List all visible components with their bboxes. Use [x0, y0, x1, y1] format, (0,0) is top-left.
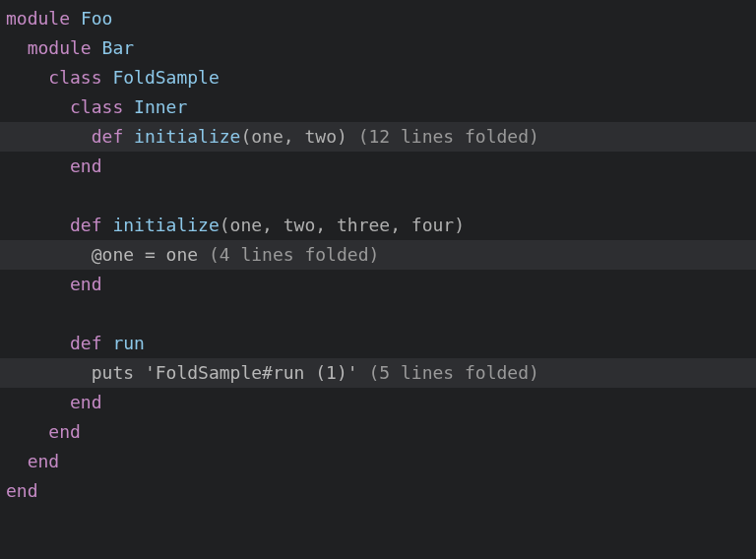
assignment: @one = one	[92, 244, 198, 265]
module-name-foo: Foo	[81, 8, 113, 29]
method-name-initialize: initialize	[134, 126, 240, 147]
keyword-end: end	[70, 155, 102, 176]
code-line: end	[0, 476, 756, 506]
code-line: def initialize(one, two, three, four)	[0, 211, 756, 240]
code-line: end	[0, 417, 756, 447]
keyword-module: module	[28, 37, 92, 58]
keyword-end: end	[70, 392, 102, 412]
fold-indicator: (12 lines folded)	[347, 126, 539, 147]
param-list: (one, two, three, four)	[220, 215, 465, 235]
folded-code-line[interactable]: @one = one (4 lines folded)	[0, 240, 756, 270]
class-name-foldsample: FoldSample	[112, 67, 219, 88]
code-line: module Foo	[0, 4, 756, 33]
blank-line	[0, 299, 756, 329]
keyword-end: end	[48, 421, 81, 442]
code-line: class FoldSample	[0, 63, 756, 93]
fold-indicator: (4 lines folded)	[198, 244, 379, 265]
keyword-module: module	[6, 8, 70, 29]
folded-code-line[interactable]: def initialize(one, two) (12 lines folde…	[0, 122, 756, 152]
code-line: end	[0, 388, 756, 417]
keyword-class: class	[70, 96, 123, 117]
code-line: end	[0, 447, 756, 476]
puts-call: puts 'FoldSample#run (1)'	[92, 362, 358, 383]
keyword-end: end	[28, 451, 60, 471]
class-name-inner: Inner	[134, 96, 187, 117]
keyword-def: def	[70, 215, 102, 235]
keyword-class: class	[48, 67, 101, 88]
module-name-bar: Bar	[102, 37, 135, 58]
folded-code-line[interactable]: puts 'FoldSample#run (1)' (5 lines folde…	[0, 358, 756, 388]
method-name-initialize: initialize	[112, 215, 219, 235]
code-line: end	[0, 152, 756, 181]
code-line: def run	[0, 329, 756, 358]
keyword-def: def	[70, 333, 102, 353]
keyword-end: end	[6, 480, 38, 501]
blank-line	[0, 181, 756, 211]
keyword-end: end	[70, 274, 102, 294]
param-list: (one, two)	[240, 126, 346, 147]
code-line: class Inner	[0, 93, 756, 122]
keyword-def: def	[92, 126, 124, 147]
fold-indicator: (5 lines folded)	[358, 362, 539, 383]
code-line: module Bar	[0, 33, 756, 63]
method-name-run: run	[112, 333, 145, 353]
code-line: end	[0, 270, 756, 299]
